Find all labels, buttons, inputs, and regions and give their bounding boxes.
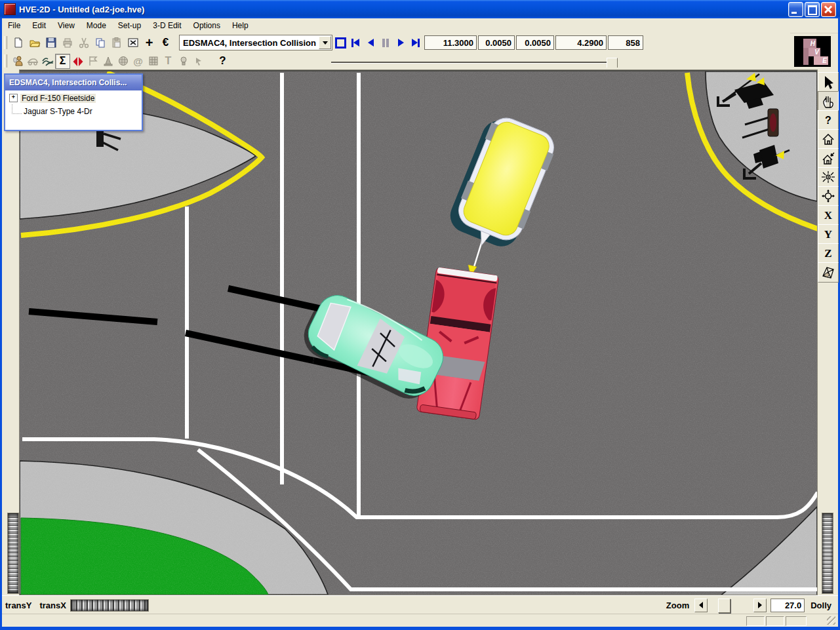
- human-icon: [12, 55, 24, 67]
- playback-mode-button[interactable]: [70, 54, 85, 69]
- target-mode-button[interactable]: @: [130, 54, 146, 69]
- tree-item-ford[interactable]: + Ford F-150 Fleetside: [5, 92, 142, 104]
- set-home-icon: [821, 151, 835, 166]
- menu-file[interactable]: File: [2, 20, 26, 31]
- axis-z-button[interactable]: Z: [818, 243, 839, 264]
- hve-logo: H V E: [792, 34, 833, 68]
- home-view-button[interactable]: [818, 129, 839, 149]
- vehicle-mode-button[interactable]: [25, 54, 40, 69]
- step-back-button[interactable]: [363, 35, 378, 50]
- sim-step-field-1[interactable]: 0.0050: [478, 35, 515, 50]
- status-pane-2: [766, 616, 784, 626]
- menu-setup[interactable]: Set-up: [112, 20, 147, 31]
- print-button[interactable]: [59, 35, 75, 51]
- seek-tool-button[interactable]: [818, 186, 839, 207]
- app-icon[interactable]: [4, 3, 16, 15]
- environment-mode-button[interactable]: [40, 54, 55, 69]
- status-bar: [2, 614, 838, 627]
- new-file-button[interactable]: [10, 35, 26, 51]
- slider-track[interactable]: [331, 62, 609, 64]
- zoom-slider[interactable]: [708, 599, 753, 612]
- go-to-start-button[interactable]: [348, 35, 363, 50]
- zoom-value-field[interactable]: 27.0: [770, 599, 805, 612]
- play-button[interactable]: [393, 35, 408, 50]
- maximize-button[interactable]: [805, 2, 820, 17]
- select-tool-button[interactable]: [818, 72, 839, 92]
- tree-panel-header[interactable]: EDSMAC4, Intersection Collis...: [5, 75, 142, 90]
- menu-options[interactable]: Options: [188, 20, 226, 31]
- event-selector[interactable]: EDSMAC4, Intersection Collision: [179, 35, 332, 50]
- zoom-slider-thumb[interactable]: [718, 599, 730, 613]
- close-button[interactable]: [821, 2, 836, 17]
- sim-progress-slider[interactable]: [331, 58, 617, 69]
- tree-item-jaguar[interactable]: Jaguar S-Type 4-Dr: [5, 106, 142, 117]
- paste-button[interactable]: [108, 35, 125, 51]
- light-icon: [178, 55, 190, 67]
- toolbar-grip[interactable]: [4, 36, 7, 49]
- set-home-button[interactable]: [818, 148, 839, 168]
- export-cell-button[interactable]: [125, 35, 141, 51]
- light-mode-button[interactable]: [176, 54, 191, 69]
- sim-step-field-2[interactable]: 0.0050: [516, 35, 554, 50]
- scene-viewport[interactable]: [20, 70, 817, 595]
- sim-time-field[interactable]: 11.3000: [424, 35, 477, 50]
- sim-frame-field[interactable]: 858: [608, 35, 643, 50]
- stop-button[interactable]: [333, 35, 348, 50]
- grid-mode-button[interactable]: [146, 54, 161, 69]
- transX-thumbwheel[interactable]: [70, 599, 149, 612]
- help-button[interactable]: ?: [215, 54, 230, 69]
- flag-mode-button[interactable]: [85, 54, 100, 69]
- zoom-in-button[interactable]: [753, 599, 767, 612]
- sim-value-field[interactable]: 4.2900: [555, 35, 607, 50]
- car-icon: [27, 55, 39, 67]
- transY-label: transY: [5, 600, 31, 610]
- chevron-down-icon[interactable]: [319, 36, 331, 49]
- pointer-mode-button[interactable]: [191, 54, 206, 69]
- viewer-help-button[interactable]: ?: [818, 110, 839, 130]
- view-all-button[interactable]: [818, 167, 839, 187]
- event-mode-button[interactable]: Σ: [55, 54, 70, 69]
- human-mode-button[interactable]: [10, 54, 25, 69]
- stop-icon: [335, 37, 346, 49]
- question-icon: ?: [825, 115, 831, 127]
- axis-x-label: X: [824, 209, 832, 222]
- pause-button[interactable]: [378, 35, 393, 50]
- menu-view[interactable]: View: [52, 20, 81, 31]
- tree-item-label[interactable]: Jaguar S-Type 4-Dr: [22, 107, 94, 116]
- add-object-button[interactable]: +: [141, 35, 157, 51]
- menu-3d-edit[interactable]: 3-D Edit: [147, 20, 187, 31]
- menu-edit[interactable]: Edit: [26, 20, 52, 31]
- text-mode-button[interactable]: T: [161, 54, 176, 69]
- sphere-mode-button[interactable]: [115, 54, 130, 69]
- left-arrow-icon: [699, 602, 703, 608]
- resize-grip[interactable]: [827, 616, 835, 625]
- pause-icon: [386, 39, 389, 47]
- expand-icon[interactable]: +: [9, 94, 18, 102]
- toolbar-grip-2[interactable]: [4, 54, 7, 68]
- currency-button[interactable]: €: [157, 35, 174, 51]
- perspective-button[interactable]: [818, 262, 839, 283]
- copy-button[interactable]: [92, 35, 108, 51]
- menu-help[interactable]: Help: [226, 20, 254, 31]
- tree-item-label[interactable]: Ford F-150 Fleetside: [20, 94, 96, 103]
- axis-y-button[interactable]: Y: [818, 224, 839, 245]
- cone-mode-button[interactable]: [100, 54, 115, 69]
- environment-icon: [42, 55, 54, 67]
- minimize-button[interactable]: [788, 2, 803, 17]
- axis-x-button[interactable]: X: [818, 205, 839, 226]
- zoom-out-button[interactable]: [694, 599, 708, 612]
- toolbar-main: + € EDSMAC4, Intersection Collision 11.3…: [2, 33, 790, 52]
- go-to-end-button[interactable]: [409, 35, 423, 50]
- red-diamond-icon: [72, 55, 84, 67]
- paste-clipboard-icon: [111, 37, 123, 49]
- cut-button[interactable]: [75, 35, 92, 51]
- tree-branch-line: [12, 104, 22, 114]
- menu-mode[interactable]: Mode: [81, 20, 112, 31]
- title-bar[interactable]: HVE-2D - Untitled (ad2-joe.hve): [0, 0, 840, 18]
- save-button[interactable]: [43, 35, 59, 51]
- left-rotate-thumbwheel[interactable]: [7, 513, 19, 594]
- help-icon: ?: [219, 54, 226, 68]
- open-file-button[interactable]: [26, 35, 43, 51]
- pan-tool-button[interactable]: [818, 91, 839, 111]
- right-dolly-thumbwheel[interactable]: [822, 513, 833, 594]
